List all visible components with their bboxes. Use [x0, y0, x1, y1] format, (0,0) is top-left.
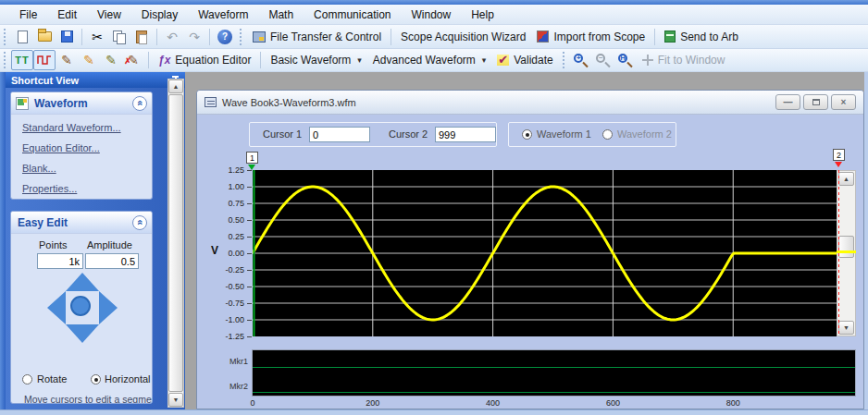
- dpad-down-button[interactable]: [66, 324, 99, 343]
- zoom-in-button[interactable]: +: [570, 50, 592, 70]
- points-input[interactable]: [37, 253, 83, 269]
- collapse-panel-button[interactable]: «: [132, 96, 147, 111]
- draw-line-button[interactable]: ✎: [78, 50, 100, 70]
- waveform-display-toggle[interactable]: [33, 50, 56, 70]
- toolbar-grip[interactable]: [4, 29, 8, 45]
- validate-button[interactable]: ✔ Validate: [491, 50, 558, 70]
- scope-wizard-label: Scope Acquisition Wizard: [401, 31, 526, 43]
- minimize-button[interactable]: —: [775, 94, 800, 110]
- x-axis-title: Points: [496, 407, 527, 409]
- dpad-right-button[interactable]: [99, 291, 118, 324]
- toolbar-grip[interactable]: [4, 52, 8, 68]
- dpad-left-button[interactable]: [47, 291, 66, 324]
- chart-vertical-scrollbar[interactable]: ▲ ▼: [837, 170, 856, 336]
- undo-button[interactable]: ↶: [161, 27, 183, 47]
- marker-display-toggle[interactable]: ΤΤ: [11, 50, 33, 70]
- menu-item-communication[interactable]: Communication: [304, 6, 401, 23]
- cut-button[interactable]: ✂: [86, 27, 108, 47]
- dpad-up-button[interactable]: [66, 273, 99, 291]
- rotate-radio[interactable]: [22, 374, 32, 384]
- new-button[interactable]: [11, 27, 33, 47]
- cursor1-flag[interactable]: 1: [246, 152, 258, 164]
- file-transfer-icon: [253, 31, 266, 43]
- sidebar-link-blank[interactable]: Blank...: [22, 163, 56, 174]
- send-to-arb-button[interactable]: Send to Arb: [659, 27, 744, 47]
- scrollbar-thumb[interactable]: [168, 94, 183, 392]
- menu-item-window[interactable]: Window: [401, 6, 461, 23]
- toolbar-grip[interactable]: [563, 52, 567, 68]
- open-button[interactable]: [33, 27, 56, 47]
- cursor2-line[interactable]: [838, 170, 839, 336]
- cursor1-flag-triangle[interactable]: [248, 165, 255, 170]
- marker-panel[interactable]: [252, 349, 856, 397]
- window-right-border: [864, 72, 868, 415]
- sidebar-link-equation-editor[interactable]: Equation Editor...: [22, 142, 100, 153]
- erase-point-button[interactable]: ✎✗: [122, 50, 144, 70]
- mkr2-line[interactable]: [253, 392, 855, 393]
- rotate-radio-label[interactable]: Rotate: [37, 373, 67, 384]
- waveform1-radio-label[interactable]: Waveform 1: [537, 128, 591, 140]
- waveform-plot[interactable]: [253, 170, 855, 336]
- menu-item-edit[interactable]: Edit: [47, 6, 87, 23]
- redo-button[interactable]: ↷: [183, 27, 205, 47]
- menu-item-math[interactable]: Math: [258, 6, 304, 23]
- copy-button[interactable]: [108, 27, 130, 47]
- cursor1-input[interactable]: [309, 127, 370, 142]
- waveform2-radio-label[interactable]: Waveform 2: [617, 128, 672, 140]
- scrollbar-thumb[interactable]: [838, 236, 854, 258]
- waveform-panel-title: Waveform: [34, 97, 132, 110]
- cursor2-flag-triangle[interactable]: [835, 162, 842, 167]
- cut-icon: ✂: [92, 31, 103, 43]
- scroll-up-icon[interactable]: ▲: [168, 79, 183, 93]
- zoom-horizontal-button[interactable]: H: [614, 50, 637, 70]
- save-button[interactable]: [56, 27, 78, 47]
- document-titlebar[interactable]: Wave Book3-Waveform3.wfm — ×: [197, 91, 863, 115]
- sidebar-scrollbar[interactable]: ▲ ▼: [167, 79, 184, 408]
- menu-item-display[interactable]: Display: [131, 6, 188, 23]
- file-transfer-button[interactable]: File Transfer & Control: [247, 27, 387, 47]
- dpad-center-button[interactable]: [70, 296, 91, 316]
- shortcut-view-titlebar: Shortcut View: [6, 72, 185, 88]
- menu-item-help[interactable]: Help: [461, 6, 504, 23]
- basic-waveform-button[interactable]: Basic Waveform ▾: [265, 50, 366, 70]
- toolbar-separator: [654, 29, 655, 45]
- marker-display-icon: ΤΤ: [15, 55, 29, 66]
- horizontal-shift-radio-label[interactable]: Horizontal Shi: [105, 373, 153, 384]
- waveform-panel-icon: [16, 97, 29, 110]
- help-button[interactable]: ?: [214, 27, 236, 47]
- close-button[interactable]: ×: [831, 94, 856, 110]
- easy-edit-panel-title: Easy Edit: [18, 216, 132, 229]
- scope-acquisition-wizard-button[interactable]: Scope Acquisition Wizard: [395, 27, 531, 47]
- import-from-scope-button[interactable]: Import from Scope: [531, 27, 651, 47]
- equation-editor-button[interactable]: ƒx Equation Editor: [153, 50, 256, 70]
- draw-freehand-button[interactable]: ✎: [56, 50, 78, 70]
- amplitude-input[interactable]: [85, 253, 139, 269]
- mkr1-line[interactable]: [253, 367, 855, 368]
- zoom-out-button[interactable]: −: [592, 50, 614, 70]
- toolbar-grip[interactable]: [240, 29, 244, 45]
- waveform1-radio[interactable]: [522, 129, 532, 140]
- scroll-down-icon[interactable]: ▼: [838, 321, 854, 335]
- scroll-down-icon[interactable]: ▼: [168, 393, 183, 407]
- draw-point-button[interactable]: ✎: [100, 50, 122, 70]
- cursor2-input[interactable]: [435, 127, 496, 142]
- advanced-waveform-button[interactable]: Advanced Waveform ▾: [367, 50, 491, 70]
- horizontal-shift-radio[interactable]: [91, 374, 101, 384]
- scroll-up-icon[interactable]: ▲: [838, 172, 854, 186]
- menu-item-view[interactable]: View: [87, 6, 131, 23]
- equation-editor-label: Equation Editor: [175, 54, 251, 67]
- menu-item-waveform[interactable]: Waveform: [188, 6, 258, 23]
- menu-item-file[interactable]: File: [9, 6, 47, 23]
- fit-to-window-button[interactable]: Fit to Window: [637, 50, 731, 70]
- restore-button[interactable]: [803, 94, 828, 110]
- sidebar-link-properties[interactable]: Properties...: [22, 183, 77, 194]
- waveform2-radio[interactable]: [602, 129, 613, 140]
- sidebar-link-standard-waveform[interactable]: Standard Waveform...: [22, 122, 121, 133]
- y-tick-mark: [247, 287, 252, 287]
- waveform-trace-overlay: [837, 250, 856, 253]
- shortcut-view-title: Shortcut View: [11, 75, 171, 86]
- collapse-panel-button[interactable]: «: [132, 215, 147, 230]
- y-tick-1.00: 1.00: [205, 181, 244, 192]
- paste-button[interactable]: [130, 27, 153, 47]
- cursor2-flag[interactable]: 2: [833, 149, 845, 161]
